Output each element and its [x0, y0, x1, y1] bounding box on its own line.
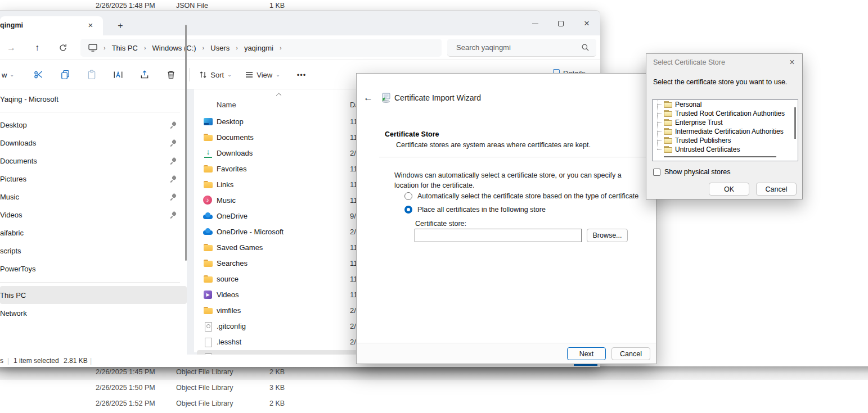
tab-title: qingmi	[0, 21, 23, 29]
folder-icon	[664, 119, 672, 126]
bg-row-size: 2 KB	[269, 368, 285, 376]
view-button[interactable]: View ⌄	[243, 67, 282, 83]
tree-item[interactable]: Trusted Publishers	[653, 136, 798, 145]
certificate-store-input[interactable]	[415, 229, 582, 242]
tree-horizontal-scrollbar[interactable]	[664, 156, 776, 157]
folder-icon	[664, 137, 672, 144]
radio-selected-icon[interactable]	[404, 206, 412, 214]
new-tab-button[interactable]: +	[115, 20, 126, 31]
folder-icon	[664, 146, 672, 153]
certificate-store-label: Certificate store:	[415, 220, 466, 228]
maximize-button[interactable]	[548, 16, 573, 31]
sidebar-item[interactable]: PowerToys	[0, 260, 187, 278]
tab-close-icon[interactable]: ×	[85, 20, 96, 31]
bg-row-type: JSON File	[176, 2, 208, 10]
file-icon	[203, 243, 213, 253]
sidebar-item[interactable]: This PC	[0, 286, 187, 304]
sidebar-item[interactable]: Documents	[0, 152, 187, 170]
sidebar-item[interactable]: Desktop	[0, 116, 187, 134]
sidebar-account[interactable]: Yaqing - Microsoft	[0, 89, 187, 108]
bg-row-date: 2/26/2025 1:52 PM	[96, 400, 155, 407]
breadcrumb[interactable]: › This PC › Windows (C:) › Users › yaqin…	[80, 39, 442, 57]
search-box[interactable]	[447, 39, 596, 57]
dialog-title: Select Certificate Store	[653, 58, 725, 66]
sidebar-item-label: Documents	[0, 157, 37, 165]
background-file-row: 2/26/2025 1:45 PM Object File Library 2 …	[0, 366, 868, 379]
wizard-section-subtitle: Certificate stores are system areas wher…	[396, 141, 591, 149]
store-cancel-button[interactable]: Cancel	[756, 183, 797, 196]
sidebar-item[interactable]: scripts	[0, 242, 187, 260]
bg-row-date: 2/26/2025 1:45 PM	[96, 368, 155, 376]
breadcrumb-yaqingmi[interactable]: yaqingmi	[244, 44, 273, 52]
radio-place-in-store[interactable]: Place all certificates in the following …	[404, 206, 546, 214]
tree-item[interactable]: Personal	[653, 100, 798, 109]
folder-icon	[664, 110, 672, 117]
new-button-fragment[interactable]: w⌄	[0, 67, 16, 83]
tree-item[interactable]: Intermediate Certification Authorities	[653, 127, 798, 136]
breadcrumb-this-pc[interactable]: This PC	[112, 44, 138, 52]
close-button[interactable]: ×	[574, 16, 599, 31]
browse-button[interactable]: Browse...	[587, 229, 628, 242]
sidebar-item[interactable]: Music	[0, 188, 187, 206]
radio-automatic-store[interactable]: Automatically select the certificate sto…	[404, 192, 638, 200]
sidebar-item-label: Pictures	[0, 175, 26, 183]
minimize-button[interactable]	[523, 16, 547, 31]
tree-item[interactable]: Untrusted Certificates	[653, 145, 798, 154]
file-icon: ↓	[203, 148, 213, 158]
sidebar-item[interactable]: Pictures	[0, 170, 187, 188]
copy-icon[interactable]	[57, 67, 73, 83]
pin-icon	[170, 140, 177, 146]
sidebar-item[interactable]: Downloads	[0, 134, 187, 152]
radio-icon[interactable]	[404, 192, 412, 200]
show-physical-stores-row[interactable]: Show physical stores	[653, 168, 730, 176]
more-options-icon[interactable]: •••	[291, 67, 312, 83]
sidebar-scrollbar[interactable]	[185, 25, 187, 261]
paste-icon[interactable]	[84, 67, 100, 83]
wizard-cancel-button[interactable]: Cancel	[611, 347, 650, 360]
ok-button[interactable]: OK	[709, 183, 749, 196]
sidebar-item[interactable]: Network	[0, 304, 187, 322]
tree-vertical-scrollbar[interactable]	[794, 107, 796, 139]
breadcrumb-chevron: ›	[104, 44, 106, 51]
sidebar-item[interactable]: aifabric	[0, 224, 187, 242]
file-name: Desktop	[217, 117, 244, 126]
bg-row-size: 1 KB	[269, 2, 285, 10]
bg-row-type: Object File Library	[176, 368, 233, 376]
search-input[interactable]	[455, 39, 573, 56]
tree-item[interactable]: Trusted Root Certification Authorities	[653, 109, 798, 118]
back-icon[interactable]: ←	[363, 92, 373, 103]
tree-item-label: Intermediate Certification Authorities	[675, 128, 784, 135]
breadcrumb-users[interactable]: Users	[210, 44, 230, 52]
file-name: Documents	[217, 133, 254, 142]
breadcrumb-windows-c[interactable]: Windows (C:)	[152, 44, 196, 52]
tree-item[interactable]: Enterprise Trust	[653, 118, 798, 127]
checkbox-icon[interactable]	[653, 169, 660, 176]
rename-icon[interactable]	[110, 67, 126, 83]
tree-connector	[657, 140, 662, 141]
tree-connector	[657, 122, 662, 123]
sidebar-item-label: aifabric	[0, 229, 24, 237]
file-name: Favorites	[217, 165, 246, 173]
sidebar-item-label: Videos	[0, 211, 23, 219]
name-column-header[interactable]: Name	[217, 101, 236, 109]
sidebar-tree-list: This PC Network	[0, 286, 187, 322]
delete-icon[interactable]	[163, 67, 179, 83]
file-name: Saved Games	[217, 243, 263, 252]
share-icon[interactable]	[137, 67, 152, 83]
breadcrumb-chevron: ›	[280, 44, 282, 51]
explorer-tab[interactable]: qingmi ×	[0, 16, 103, 35]
status-selected: 1 item selected	[14, 357, 59, 365]
refresh-icon[interactable]	[56, 41, 70, 55]
sort-label: Sort	[210, 71, 224, 79]
sidebar-item-label: Downloads	[0, 139, 36, 147]
forward-icon[interactable]: →	[5, 41, 18, 55]
certificate-store-tree[interactable]: Personal Trusted Root Certification Auth…	[652, 99, 798, 161]
cut-icon[interactable]	[31, 67, 47, 83]
sort-button[interactable]: Sort ⌄	[196, 67, 235, 83]
file-icon	[203, 211, 213, 221]
up-icon[interactable]: ↑	[30, 41, 44, 55]
sidebar-item[interactable]: Videos	[0, 206, 187, 224]
dialog-close-icon[interactable]: ×	[786, 57, 798, 68]
folder-icon	[664, 128, 672, 135]
next-button[interactable]: Next	[567, 347, 606, 360]
